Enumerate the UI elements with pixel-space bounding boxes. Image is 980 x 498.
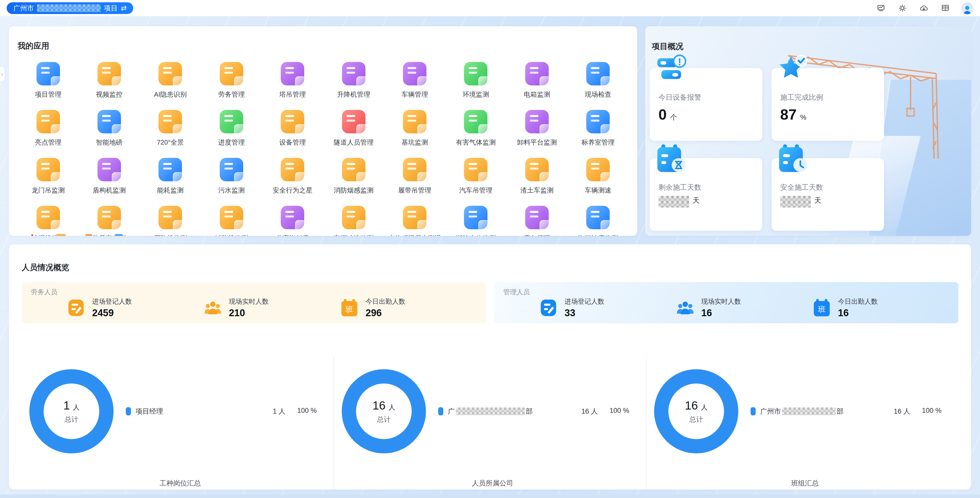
app-item[interactable]: 履带吊管理 <box>384 155 445 202</box>
app-item[interactable]: 塔吊管理 <box>262 59 323 106</box>
app-label: 安全行为之星 <box>272 186 312 195</box>
schedule-check-icon <box>220 110 243 133</box>
app-item[interactable]: 隧道人员管理 <box>323 107 384 154</box>
personnel-stat: 进场登记人数 33 <box>539 297 676 319</box>
overview-stat-value: 87 <box>780 106 797 123</box>
legend-item: 广部 16 人 100 % <box>438 407 629 416</box>
donut-legend: 广州市部 16 人 100 % <box>751 407 956 416</box>
folder-project-icon <box>37 62 60 86</box>
app-item[interactable]: 安全行为之星 <box>262 155 323 202</box>
app-item[interactable]: 消防烟感监测 <box>323 155 384 202</box>
overview-stat-card: 剩余施工天数 天 <box>650 158 762 231</box>
overview-stat-value: 0 <box>659 106 667 123</box>
settings-gear-icon[interactable] <box>897 3 908 14</box>
overview-stat-unit: 天 <box>815 196 821 205</box>
app-item[interactable]: 环境监测 <box>445 59 506 106</box>
app-label: 龙门吊监测 <box>32 186 65 195</box>
video-camera-icon <box>97 62 121 86</box>
app-item[interactable]: 标养室管理 <box>568 107 628 154</box>
app-item[interactable]: 能耗监测 <box>140 155 201 202</box>
app-label: 电箱监测 <box>524 90 550 99</box>
app-item[interactable]: 有害气体监测 <box>445 107 506 154</box>
car-speedometer-icon <box>586 158 610 181</box>
app-item[interactable]: 盾构机监测 <box>79 155 140 202</box>
shield-trophy-icon <box>281 158 304 181</box>
stat-label: 今日出勤人数 <box>838 297 878 306</box>
project-overview-title: 项目概况 <box>652 41 683 52</box>
legend-percent: 100 % <box>297 407 317 416</box>
app-label: 消防烟感监测 <box>334 186 374 195</box>
stat-label: 现场实时人数 <box>701 297 741 306</box>
donut-center: 16人 总计 <box>356 384 412 439</box>
app-item[interactable]: 大体积混凝土测温 <box>384 203 445 236</box>
app-label: 车辆管理 <box>401 90 428 99</box>
app-item[interactable]: 海洋浊度监测 <box>568 203 628 236</box>
app-item[interactable]: 设备管理 <box>262 107 323 154</box>
app-item[interactable]: AI隐患识别 <box>140 59 201 106</box>
app-item[interactable]: 挖掘机监测 <box>18 203 79 236</box>
legend-count: 1 人 <box>273 407 286 416</box>
app-item[interactable]: 720°全景 <box>140 107 201 154</box>
app-item[interactable]: 装载车监测 <box>79 203 140 236</box>
project-name-suffix: 项目 <box>104 3 118 13</box>
app-item[interactable]: 项目管理 <box>18 59 79 106</box>
overview-stat-unit: 个 <box>670 113 677 122</box>
app-item[interactable]: 压路机监测 <box>140 203 201 236</box>
app-item[interactable]: 进度管理 <box>201 107 262 154</box>
personnel-stat: 现场实时人数 16 <box>676 297 813 319</box>
app-item[interactable]: 共享资料库 <box>262 203 323 236</box>
my-apps-title: 我的应用 <box>18 41 628 51</box>
app-item[interactable]: 视频监控 <box>79 59 140 106</box>
legend-swatch <box>126 407 131 416</box>
donut-center: 1人 总计 <box>44 384 99 439</box>
overview-stat-label: 安全施工天数 <box>780 182 877 192</box>
app-item[interactable]: 汽车吊管理 <box>445 155 506 202</box>
app-item[interactable]: 车辆管理 <box>384 59 445 106</box>
app-item[interactable]: 电箱监测 <box>506 59 567 106</box>
app-label: 劳务管理 <box>218 90 245 99</box>
icon-calendar-hourglass <box>655 143 687 175</box>
car-wash-scan-icon <box>342 206 366 229</box>
sewage-pipe-icon <box>220 158 243 181</box>
app-label: 大体积混凝土测温 <box>388 234 441 236</box>
app-item[interactable]: 亮点管理 <box>18 107 79 154</box>
app-item[interactable]: 卸料平台监测 <box>506 107 567 154</box>
gantry-crane-icon <box>37 158 60 181</box>
app-item[interactable]: 基坑监测 <box>384 107 445 154</box>
icon-people <box>204 298 222 317</box>
overview-cards-grid: 今日设备报警 0 个 施工完成比例 87 % 剩余施工天数 天 安全施工天数 天 <box>650 68 884 231</box>
censored-legend-text <box>782 408 835 415</box>
app-item[interactable]: 智能地磅 <box>79 107 140 154</box>
app-item[interactable]: 铺路机监测 <box>201 203 262 236</box>
cloud-download-icon[interactable] <box>918 3 929 14</box>
manual-book-icon[interactable] <box>940 3 951 14</box>
app-item[interactable]: 污水监测 <box>201 155 262 202</box>
overview-stat-card: 今日设备报警 0 个 <box>650 68 762 141</box>
icon-people <box>676 298 695 317</box>
drawer-handle[interactable]: ‹ <box>0 67 5 82</box>
user-avatar[interactable] <box>961 2 974 14</box>
app-item[interactable]: 车辆冲洗监测 <box>323 203 384 236</box>
app-label: 卸料平台监测 <box>517 138 557 147</box>
overview-stat-card: 安全施工天数 天 <box>772 158 884 231</box>
worker-helmet-icon <box>220 62 243 86</box>
monitor-chart-icon[interactable] <box>875 3 886 14</box>
hoist-lift-icon <box>342 62 366 86</box>
app-item[interactable]: 龙门吊监测 <box>18 155 79 202</box>
app-item[interactable]: 升降机管理 <box>323 59 384 106</box>
concrete-thermometer-icon <box>403 206 426 229</box>
project-switcher-pill[interactable]: 广州市 项目 ⇄ <box>6 2 133 14</box>
legend-swatch <box>751 407 756 416</box>
cutoff-app-icon-top <box>32 234 33 236</box>
app-item[interactable]: 劳务管理 <box>201 59 262 106</box>
chart-caption: 工种岗位汇总 <box>29 479 331 488</box>
app-item[interactable]: 潮汐水位监测 <box>445 203 506 236</box>
management-stats: 进场登记人数 33 现场实时人数 16 今日出勤人数 16 <box>503 297 949 319</box>
censored-legend-text <box>456 408 525 415</box>
app-item[interactable]: 现场检查 <box>568 59 628 106</box>
app-item[interactable]: 渣土车监测 <box>506 155 567 202</box>
emergency-alert-icon <box>525 206 549 229</box>
app-label: AI隐患识别 <box>154 90 187 99</box>
app-item[interactable]: 车辆测速 <box>568 155 628 202</box>
app-item[interactable]: 应急管理 <box>506 203 567 236</box>
